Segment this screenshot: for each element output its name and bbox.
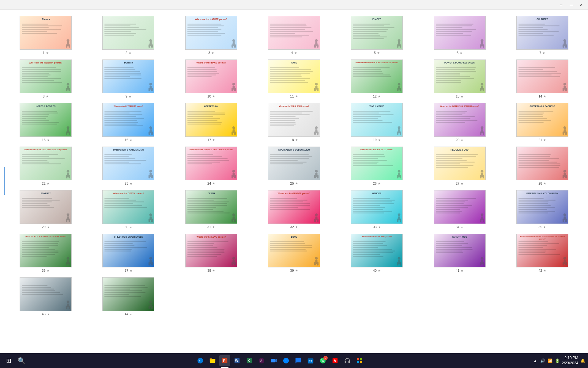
- star-icon-32[interactable]: ★: [295, 225, 298, 229]
- slide-item-40[interactable]: Where are the PARENTHOOD poems?40★: [337, 232, 416, 274]
- star-icon-36[interactable]: ★: [47, 269, 50, 272]
- store-icon[interactable]: [354, 355, 365, 366]
- star-icon-43[interactable]: ★: [47, 312, 50, 316]
- slide-item-44[interactable]: 44★: [89, 276, 168, 317]
- star-icon-23[interactable]: ★: [130, 182, 132, 185]
- star-icon-40[interactable]: ★: [378, 269, 381, 272]
- slide-item-13[interactable]: POWER & POWERLESSNESS13★: [420, 58, 499, 99]
- slide-item-27[interactable]: RELIGION & GOD27★: [420, 145, 499, 186]
- slide-item-28[interactable]: 28★: [503, 145, 582, 186]
- slide-item-14[interactable]: 14★: [503, 58, 582, 99]
- slide-item-26[interactable]: Where are the RELIGION & GOD poems?26★: [337, 145, 416, 186]
- slide-item-10[interactable]: Where are the RACE poems?10★: [172, 58, 251, 99]
- slide-item-3[interactable]: Where are the NATURE poems?3★: [172, 15, 251, 56]
- slide-item-41[interactable]: PARENTHOOD41★: [420, 232, 499, 274]
- slide-item-2[interactable]: 2★: [89, 15, 168, 56]
- star-icon-8[interactable]: ★: [46, 95, 49, 98]
- star-icon-9[interactable]: ★: [129, 95, 131, 98]
- star-icon-31[interactable]: ★: [212, 225, 215, 229]
- slide-item-17[interactable]: OPPRESSION17★: [172, 102, 251, 143]
- slide-item-9[interactable]: IDENTITY9★: [89, 58, 168, 99]
- star-icon-22[interactable]: ★: [47, 182, 50, 185]
- star-icon-21[interactable]: ★: [543, 138, 546, 142]
- slide-item-35[interactable]: IMPERIALISM & COLONIALISM35★: [503, 189, 582, 230]
- sys-tray[interactable]: ▲: [533, 358, 538, 363]
- star-icon-16[interactable]: ★: [130, 138, 132, 142]
- star-icon-4[interactable]: ★: [294, 51, 297, 55]
- star-icon-35[interactable]: ★: [543, 225, 546, 229]
- star-icon-37[interactable]: ★: [130, 269, 132, 272]
- star-icon-34[interactable]: ★: [461, 225, 463, 229]
- battery-icon[interactable]: 🔋: [555, 358, 560, 363]
- slide-item-12[interactable]: Where are the POWER & POWERLESSNESS poem…: [337, 58, 416, 99]
- slide-item-21[interactable]: SUFFERING & SADNESS21★: [503, 102, 582, 143]
- slide-item-16[interactable]: Where are the OPPRESSION poems?16★: [89, 102, 168, 143]
- star-icon-41[interactable]: ★: [461, 269, 463, 272]
- slide-item-36[interactable]: Where are the CHILDHOOD EXPERIENCES poem…: [6, 232, 85, 274]
- star-icon-12[interactable]: ★: [378, 95, 381, 98]
- network-icon[interactable]: 📶: [547, 358, 553, 363]
- slide-item-33[interactable]: GENDER33★: [337, 189, 416, 230]
- slide-item-34[interactable]: 34★: [420, 189, 499, 230]
- slide-item-23[interactable]: PATRIOTISM & NATIONALISM23★: [89, 145, 168, 186]
- slide-item-1[interactable]: Themes1★: [6, 15, 85, 56]
- slide-item-42[interactable]: Where are the HYPOCRISY APPEARANCES VS R…: [503, 232, 582, 274]
- star-icon-25[interactable]: ★: [295, 182, 298, 185]
- star-icon-27[interactable]: ★: [461, 182, 463, 185]
- slide-item-15[interactable]: HOPES & DESIRES15★: [6, 102, 85, 143]
- star-icon-42[interactable]: ★: [543, 269, 546, 272]
- powerpoint-icon[interactable]: P: [219, 355, 230, 366]
- edge-icon[interactable]: e: [195, 355, 206, 366]
- slide-item-4[interactable]: 4★: [254, 15, 334, 56]
- star-icon-20[interactable]: ★: [461, 138, 463, 142]
- headphones-icon[interactable]: [342, 355, 353, 366]
- messenger2-icon[interactable]: [293, 355, 304, 366]
- star-icon-19[interactable]: ★: [378, 138, 381, 142]
- slide-item-8[interactable]: Where are the IDENTITY poems?8★: [6, 58, 85, 99]
- acrobat-icon[interactable]: A: [330, 355, 341, 366]
- star-icon-3[interactable]: ★: [211, 51, 214, 55]
- calendar-icon[interactable]: 23: [305, 355, 316, 366]
- slide-item-37[interactable]: CHILDHOOD EXPERIENCES37★: [89, 232, 168, 274]
- slide-item-31[interactable]: DEATH31★: [172, 189, 251, 230]
- whatsapp-icon[interactable]: W 9: [317, 355, 328, 366]
- clock[interactable]: 9:10 PM 2/23/2024: [562, 355, 578, 366]
- star-icon-7[interactable]: ★: [542, 51, 545, 55]
- star-icon-44[interactable]: ★: [130, 312, 132, 316]
- slide-item-43[interactable]: 43★: [6, 276, 85, 317]
- star-icon-11[interactable]: ★: [295, 95, 298, 98]
- star-icon-5[interactable]: ★: [377, 51, 380, 55]
- start-button[interactable]: ⊞: [2, 355, 15, 367]
- file-explorer-icon[interactable]: [207, 355, 218, 366]
- slide-item-20[interactable]: Where are the SUFFERING & SADNESS poems?…: [420, 102, 499, 143]
- slide-item-29[interactable]: POVERTY29★: [6, 189, 85, 230]
- star-icon-38[interactable]: ★: [212, 269, 215, 272]
- star-icon-28[interactable]: ★: [543, 182, 546, 185]
- slide-item-22[interactable]: Where are the PATRIOTISM & NATIONALISM p…: [6, 145, 85, 186]
- slide-item-6[interactable]: 6★: [420, 15, 499, 56]
- volume-icon[interactable]: 🔊: [540, 358, 545, 363]
- star-icon-1[interactable]: ★: [46, 51, 49, 55]
- messenger-icon[interactable]: m: [281, 355, 292, 366]
- slide-item-19[interactable]: WAR & CRIME19★: [337, 102, 416, 143]
- star-icon-26[interactable]: ★: [378, 182, 381, 185]
- notification-center[interactable]: 🔔: [580, 358, 586, 363]
- slide-item-24[interactable]: Where are the IMPERIALISM & COLONIALISM …: [172, 145, 251, 186]
- star-icon-39[interactable]: ★: [295, 269, 298, 272]
- search-button[interactable]: 🔍: [15, 355, 28, 367]
- star-icon-14[interactable]: ★: [543, 95, 546, 98]
- slide-item-25[interactable]: IMPERIALISM & COLONIALISM25★: [254, 145, 334, 186]
- star-icon-29[interactable]: ★: [47, 225, 50, 229]
- slide-item-7[interactable]: CULTURES7★: [503, 15, 582, 56]
- slide-item-38[interactable]: Where are the LOVE poems?38★: [172, 232, 251, 274]
- star-icon-2[interactable]: ★: [129, 51, 131, 55]
- slide-item-30[interactable]: Where are the DEATH poems?30★: [89, 189, 168, 230]
- star-icon-15[interactable]: ★: [47, 138, 50, 142]
- zoom-icon[interactable]: [268, 355, 279, 366]
- excel-icon[interactable]: X: [244, 355, 255, 366]
- slide-item-11[interactable]: RACE11★: [254, 58, 334, 99]
- star-icon-33[interactable]: ★: [378, 225, 381, 229]
- slide-item-39[interactable]: LOVE39★: [254, 232, 334, 274]
- slide-item-32[interactable]: Where are the GENDER poems?32★: [254, 189, 334, 230]
- star-icon-17[interactable]: ★: [212, 138, 215, 142]
